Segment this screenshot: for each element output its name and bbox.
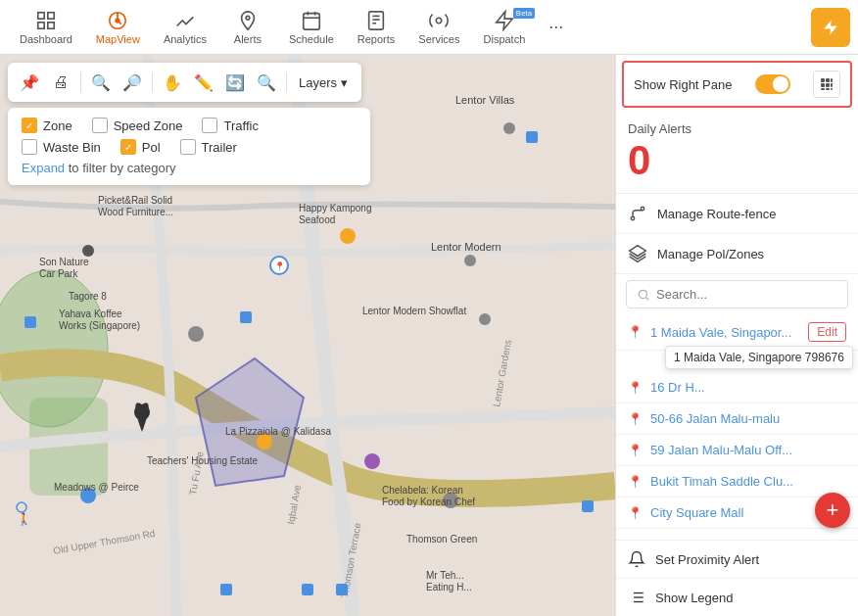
svg-text:Wood Furniture...: Wood Furniture... — [98, 207, 173, 217]
zoom-in-button[interactable]: 🔍 — [87, 69, 115, 96]
set-proximity-alert-item[interactable]: Set Proximity Alert — [616, 540, 858, 578]
svg-rect-2 — [38, 22, 44, 27]
filter-waste-bin[interactable]: Waste Bin — [22, 139, 101, 155]
nav-analytics-label: Analytics — [164, 33, 207, 45]
navbar: Dashboard MapView Analytics Alerts Sched… — [0, 0, 858, 55]
svg-text:Meadows @ Peirce: Meadows @ Peirce — [54, 482, 139, 493]
nav-schedule-label: Schedule — [289, 33, 334, 45]
location-search-box — [626, 280, 848, 308]
filter-pol[interactable]: ✓ Pol — [120, 139, 161, 155]
show-pane-bar: Show Right Pane — [622, 61, 852, 108]
svg-text:Tagore 8: Tagore 8 — [69, 291, 107, 302]
svg-point-29 — [188, 326, 204, 342]
svg-point-83 — [639, 290, 646, 298]
location-item-4[interactable]: 📍 Bukit Timah Saddle Clu... — [616, 466, 858, 498]
svg-rect-78 — [826, 88, 830, 90]
svg-rect-0 — [38, 12, 44, 18]
manage-pol-zones-item[interactable]: Manage Pol/Zones — [616, 234, 858, 274]
nav-schedule[interactable]: Schedule — [277, 6, 346, 49]
show-legend-item[interactable]: Show Legend — [616, 578, 858, 616]
map-toolbar: 📌 🖨 🔍 🔎 ✋ ✏️ 🔄 🔍 Layers ▾ — [8, 63, 361, 102]
svg-point-25 — [503, 122, 515, 134]
speed-zone-label: Speed Zone — [114, 118, 183, 133]
svg-rect-66 — [336, 584, 348, 595]
location-item-label-3: 59 Jalan Malu-Malu Off... — [650, 443, 792, 457]
pen-tool-button[interactable]: ✏️ — [190, 69, 217, 96]
filter-speed-zone[interactable]: Speed Zone — [92, 118, 183, 133]
nav-reports-label: Reports — [358, 33, 396, 45]
svg-rect-64 — [220, 584, 232, 595]
pol-checkbox[interactable]: ✓ — [120, 139, 136, 155]
nav-alerts[interactable]: Alerts — [218, 6, 277, 49]
svg-point-27 — [479, 313, 491, 325]
svg-text:Food by Korean Chef: Food by Korean Chef — [382, 497, 475, 507]
expand-link[interactable]: Expand — [22, 161, 65, 175]
expand-text: to filter by category — [69, 161, 176, 175]
zone-checkbox[interactable]: ✓ — [22, 118, 37, 133]
svg-rect-1 — [48, 12, 54, 18]
traffic-checkbox[interactable] — [202, 118, 217, 133]
filter-trailer[interactable]: Trailer — [180, 139, 237, 155]
map-area[interactable]: 📍 Lentor Villas Lentor Modern Lentor Mod… — [0, 55, 615, 616]
print-button[interactable]: 🖨 — [47, 69, 74, 96]
location-pin-icon-3: 📍 — [628, 444, 643, 457]
filter-traffic[interactable]: Traffic — [202, 118, 258, 133]
search-map-button[interactable]: 🔍 — [253, 69, 280, 96]
svg-point-15 — [437, 18, 443, 24]
nav-dispatch[interactable]: Dispatch Beta — [472, 6, 538, 49]
pol-label: Pol — [142, 140, 161, 155]
nav-dashboard[interactable]: Dashboard — [8, 6, 84, 49]
location-item-3[interactable]: 📍 59 Jalan Malu-Malu Off... — [616, 435, 858, 466]
daily-alerts-section: Daily Alerts 0 — [616, 114, 858, 194]
nav-services[interactable]: Services — [406, 6, 471, 49]
svg-text:Mr Teh...: Mr Teh... — [426, 570, 464, 581]
toolbar-divider-1 — [80, 72, 81, 92]
svg-marker-16 — [497, 11, 513, 28]
refresh-button[interactable]: 🔄 — [221, 69, 249, 96]
location-item-2[interactable]: 📍 50-66 Jalan Malu-malu — [616, 403, 858, 435]
manage-route-fence-item[interactable]: Manage Route-fence — [616, 194, 858, 234]
pin-tool-button[interactable]: 📌 — [16, 69, 43, 96]
traffic-label: Traffic — [223, 118, 258, 133]
dispatch-shortcut-button[interactable] — [811, 8, 850, 47]
add-location-button[interactable]: + — [815, 493, 850, 528]
show-pane-label: Show Right Pane — [634, 77, 732, 92]
speed-zone-checkbox[interactable] — [92, 118, 108, 133]
nav-mapview[interactable]: MapView — [84, 6, 152, 49]
trailer-checkbox[interactable] — [180, 139, 196, 155]
nav-analytics[interactable]: Analytics — [152, 6, 218, 49]
route-icon — [628, 204, 647, 223]
manage-route-fence-label: Manage Route-fence — [657, 207, 776, 221]
svg-point-6 — [246, 16, 250, 20]
svg-rect-68 — [24, 316, 36, 328]
nav-services-label: Services — [418, 33, 459, 45]
svg-text:Eating H...: Eating H... — [426, 582, 472, 592]
svg-rect-71 — [821, 78, 825, 82]
svg-rect-7 — [304, 13, 320, 29]
search-icon — [637, 288, 650, 302]
location-search-input[interactable] — [656, 287, 837, 302]
layers-button[interactable]: Layers ▾ — [293, 73, 354, 92]
svg-point-26 — [464, 255, 476, 266]
location-list-container: 📍 1 Maida Vale, Singapor... Edit 1 Maida… — [616, 314, 858, 540]
nav-alerts-label: Alerts — [234, 33, 262, 45]
edit-button-0[interactable]: Edit — [808, 322, 846, 342]
location-item-1[interactable]: 📍 16 Dr H... — [616, 372, 858, 403]
svg-text:🚶: 🚶 — [17, 511, 31, 526]
grid-view-button[interactable] — [813, 71, 840, 98]
zone-label: Zone — [43, 118, 72, 133]
svg-rect-79 — [831, 88, 833, 90]
location-item-label-1: 16 Dr H... — [650, 380, 705, 395]
waste-bin-checkbox[interactable] — [22, 139, 37, 155]
nav-dashboard-label: Dashboard — [20, 33, 72, 45]
svg-text:Seafood: Seafood — [299, 214, 335, 225]
filter-zone[interactable]: ✓ Zone — [22, 118, 72, 133]
show-pane-toggle[interactable] — [755, 74, 790, 94]
svg-rect-63 — [240, 311, 252, 323]
zoom-out-button[interactable]: 🔎 — [119, 69, 146, 96]
nav-reports[interactable]: Reports — [346, 6, 407, 49]
svg-rect-74 — [821, 83, 825, 87]
nav-more-button[interactable]: ··· — [541, 13, 571, 41]
hand-tool-button[interactable]: ✋ — [159, 69, 186, 96]
bell-icon — [628, 550, 645, 568]
